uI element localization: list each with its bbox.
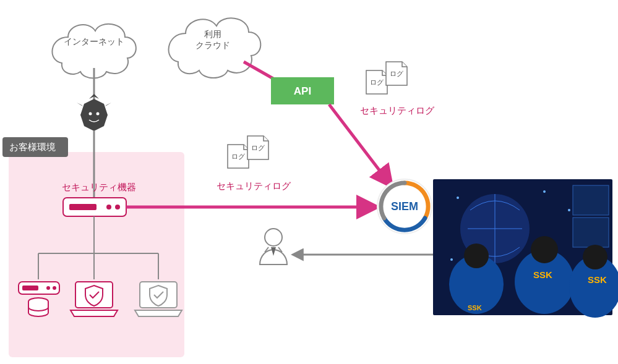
sec-log-label-mid: セキュリティログ — [217, 180, 291, 191]
svg-marker-4 — [108, 124, 113, 129]
usage-cloud: 利用 クラウド — [169, 18, 261, 78]
log-docs-mid: ログ ログ — [228, 136, 268, 168]
soc-brand-1: SSK — [533, 269, 552, 280]
svg-point-15 — [53, 286, 56, 290]
svg-point-11 — [115, 205, 120, 210]
svg-marker-2 — [105, 103, 111, 106]
soc-photo: SSK SSK SSK — [433, 179, 618, 318]
diagram-canvas: お客様環境 インターネット セキュリティ機器 — [0, 0, 618, 364]
internet-label: インターネット — [64, 36, 124, 46]
log-label-m2: ログ — [251, 144, 265, 151]
svg-point-36 — [583, 245, 607, 269]
conn-api-siem — [329, 104, 391, 185]
person-icon — [260, 229, 287, 265]
svg-point-6 — [89, 112, 92, 116]
svg-point-7 — [97, 112, 100, 116]
svg-point-24 — [543, 190, 546, 193]
svg-point-26 — [450, 258, 453, 261]
log-label-t1: ログ — [370, 78, 384, 86]
log-label-t2: ログ — [390, 70, 404, 77]
svg-rect-30 — [573, 218, 609, 247]
api-label: API — [294, 85, 311, 97]
svg-marker-3 — [77, 103, 83, 106]
sec-log-label-top: セキュリティログ — [360, 105, 435, 116]
svg-point-32 — [464, 243, 489, 268]
log-docs-top: ログ ログ — [366, 62, 407, 94]
svg-point-23 — [457, 197, 459, 199]
siem-badge: SIEM — [377, 179, 432, 234]
soc-brand-3: SSK — [468, 304, 482, 311]
security-device — [63, 198, 126, 216]
svg-point-25 — [568, 209, 570, 211]
threat-icon — [75, 94, 113, 131]
cloud-label-2: クラウド — [195, 40, 230, 50]
svg-point-37 — [265, 229, 282, 246]
laptop-shield-1 — [71, 282, 118, 316]
svg-rect-29 — [573, 185, 609, 215]
sec-device-label: セキュリティ機器 — [62, 182, 136, 192]
laptop-shield-2 — [135, 282, 182, 316]
soc-brand-2: SSK — [588, 274, 607, 285]
svg-rect-13 — [22, 286, 38, 290]
svg-rect-9 — [69, 204, 97, 210]
svg-point-10 — [106, 205, 111, 210]
svg-point-14 — [46, 286, 50, 290]
log-label-m1: ログ — [231, 153, 246, 160]
siem-label: SIEM — [391, 200, 418, 213]
svg-marker-5 — [75, 124, 80, 129]
svg-marker-0 — [80, 99, 108, 131]
svg-point-34 — [531, 236, 558, 263]
customer-env-label: お客様環境 — [9, 142, 56, 152]
cloud-label-1: 利用 — [204, 29, 221, 39]
